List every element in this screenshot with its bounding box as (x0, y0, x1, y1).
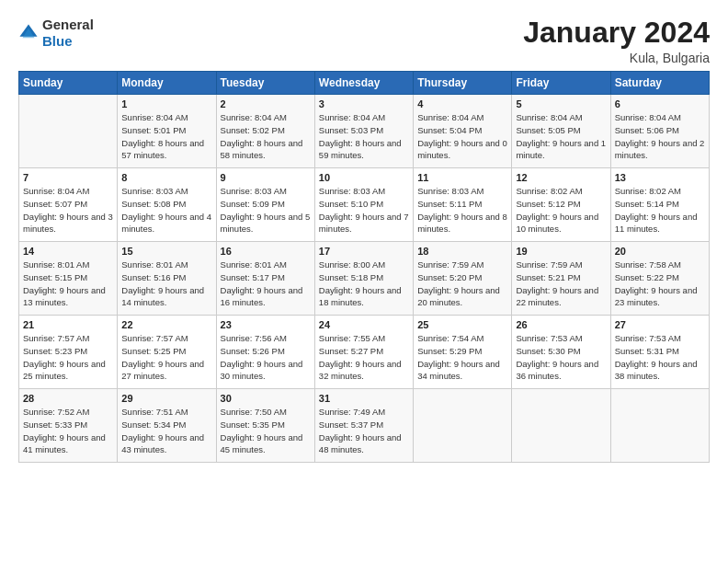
day-number: 6 (615, 98, 705, 109)
day-info: Sunrise: 7:57 AM Sunset: 5:23 PM Dayligh… (23, 332, 113, 383)
day-number: 29 (121, 393, 211, 404)
day-cell: 10Sunrise: 8:03 AM Sunset: 5:10 PM Dayli… (314, 168, 413, 242)
day-number: 21 (23, 319, 113, 330)
day-info: Sunrise: 8:02 AM Sunset: 5:12 PM Dayligh… (516, 185, 606, 236)
day-cell: 27Sunrise: 7:53 AM Sunset: 5:31 PM Dayli… (610, 316, 709, 389)
day-cell: 14Sunrise: 8:01 AM Sunset: 5:15 PM Dayli… (19, 242, 118, 316)
day-cell: 19Sunrise: 7:59 AM Sunset: 5:21 PM Dayli… (512, 242, 610, 316)
day-info: Sunrise: 7:51 AM Sunset: 5:34 PM Dayligh… (121, 406, 211, 456)
col-thursday: Thursday (414, 72, 512, 95)
day-info: Sunrise: 7:53 AM Sunset: 5:30 PM Dayligh… (516, 332, 606, 383)
day-number: 14 (23, 246, 113, 257)
day-cell: 31Sunrise: 7:49 AM Sunset: 5:37 PM Dayli… (314, 389, 413, 463)
day-cell: 26Sunrise: 7:53 AM Sunset: 5:30 PM Dayli… (512, 316, 610, 389)
day-info: Sunrise: 8:04 AM Sunset: 5:02 PM Dayligh… (221, 111, 311, 162)
day-info: Sunrise: 7:59 AM Sunset: 5:20 PM Dayligh… (417, 259, 507, 309)
col-sunday: Sunday (19, 72, 118, 95)
day-cell (610, 389, 709, 463)
day-cell: 21Sunrise: 7:57 AM Sunset: 5:23 PM Dayli… (19, 316, 118, 389)
main-title: January 2024 (523, 17, 710, 49)
day-info: Sunrise: 8:04 AM Sunset: 5:05 PM Dayligh… (516, 111, 606, 162)
day-cell: 22Sunrise: 7:57 AM Sunset: 5:25 PM Dayli… (118, 316, 216, 389)
calendar-table: Sunday Monday Tuesday Wednesday Thursday… (18, 71, 710, 463)
day-info: Sunrise: 7:58 AM Sunset: 5:22 PM Dayligh… (615, 259, 705, 309)
day-cell: 17Sunrise: 8:00 AM Sunset: 5:18 PM Dayli… (314, 242, 413, 316)
day-cell: 13Sunrise: 8:02 AM Sunset: 5:14 PM Dayli… (610, 168, 709, 242)
day-number: 7 (23, 172, 113, 183)
header-row-days: Sunday Monday Tuesday Wednesday Thursday… (19, 72, 710, 95)
day-cell: 5Sunrise: 8:04 AM Sunset: 5:05 PM Daylig… (512, 95, 610, 168)
day-cell: 6Sunrise: 8:04 AM Sunset: 5:06 PM Daylig… (610, 95, 709, 168)
day-cell: 7Sunrise: 8:04 AM Sunset: 5:07 PM Daylig… (19, 168, 118, 242)
day-info: Sunrise: 7:56 AM Sunset: 5:26 PM Dayligh… (221, 332, 311, 383)
day-cell: 28Sunrise: 7:52 AM Sunset: 5:33 PM Dayli… (19, 389, 118, 463)
day-cell: 30Sunrise: 7:50 AM Sunset: 5:35 PM Dayli… (216, 389, 314, 463)
header-row: General Blue January 2024 Kula, Bulgaria (18, 17, 710, 65)
day-number: 22 (121, 319, 211, 330)
day-number: 28 (23, 393, 113, 404)
day-number: 13 (615, 172, 705, 183)
day-number: 4 (417, 98, 507, 109)
day-info: Sunrise: 7:49 AM Sunset: 5:37 PM Dayligh… (319, 406, 409, 456)
day-info: Sunrise: 8:04 AM Sunset: 5:03 PM Dayligh… (319, 111, 409, 162)
day-info: Sunrise: 7:54 AM Sunset: 5:29 PM Dayligh… (417, 332, 507, 383)
day-cell: 12Sunrise: 8:02 AM Sunset: 5:12 PM Dayli… (512, 168, 610, 242)
day-number: 5 (516, 98, 606, 109)
week-row-2: 7Sunrise: 8:04 AM Sunset: 5:07 PM Daylig… (19, 168, 710, 242)
day-info: Sunrise: 8:01 AM Sunset: 5:17 PM Dayligh… (221, 259, 311, 309)
day-cell: 23Sunrise: 7:56 AM Sunset: 5:26 PM Dayli… (216, 316, 314, 389)
day-cell: 15Sunrise: 8:01 AM Sunset: 5:16 PM Dayli… (118, 242, 216, 316)
day-number: 15 (121, 246, 211, 257)
day-info: Sunrise: 8:03 AM Sunset: 5:11 PM Dayligh… (417, 185, 507, 236)
day-info: Sunrise: 8:03 AM Sunset: 5:10 PM Dayligh… (319, 185, 409, 236)
day-cell: 29Sunrise: 7:51 AM Sunset: 5:34 PM Dayli… (118, 389, 216, 463)
day-info: Sunrise: 8:01 AM Sunset: 5:15 PM Dayligh… (23, 259, 113, 309)
day-cell: 8Sunrise: 8:03 AM Sunset: 5:08 PM Daylig… (118, 168, 216, 242)
day-cell: 25Sunrise: 7:54 AM Sunset: 5:29 PM Dayli… (414, 316, 512, 389)
logo-text: General Blue (42, 17, 94, 50)
day-cell: 16Sunrise: 8:01 AM Sunset: 5:17 PM Dayli… (216, 242, 314, 316)
col-friday: Friday (512, 72, 610, 95)
title-block: January 2024 Kula, Bulgaria (523, 17, 710, 65)
day-info: Sunrise: 7:59 AM Sunset: 5:21 PM Dayligh… (516, 259, 606, 309)
logo-icon (18, 23, 39, 43)
day-number: 26 (516, 319, 606, 330)
week-row-1: 1Sunrise: 8:04 AM Sunset: 5:01 PM Daylig… (19, 95, 710, 168)
day-cell: 3Sunrise: 8:04 AM Sunset: 5:03 PM Daylig… (314, 95, 413, 168)
day-info: Sunrise: 8:04 AM Sunset: 5:06 PM Dayligh… (615, 111, 705, 162)
day-info: Sunrise: 8:04 AM Sunset: 5:04 PM Dayligh… (417, 111, 507, 162)
logo: General Blue (18, 17, 94, 50)
day-number: 18 (417, 246, 507, 257)
day-cell: 24Sunrise: 7:55 AM Sunset: 5:27 PM Dayli… (314, 316, 413, 389)
day-number: 19 (516, 246, 606, 257)
day-info: Sunrise: 8:04 AM Sunset: 5:07 PM Dayligh… (23, 185, 113, 236)
day-info: Sunrise: 7:52 AM Sunset: 5:33 PM Dayligh… (23, 406, 113, 456)
day-number: 23 (221, 319, 311, 330)
day-info: Sunrise: 8:03 AM Sunset: 5:08 PM Dayligh… (121, 185, 211, 236)
col-wednesday: Wednesday (314, 72, 413, 95)
day-cell (19, 95, 118, 168)
day-cell (512, 389, 610, 463)
day-info: Sunrise: 7:55 AM Sunset: 5:27 PM Dayligh… (319, 332, 409, 383)
week-row-5: 28Sunrise: 7:52 AM Sunset: 5:33 PM Dayli… (19, 389, 710, 463)
week-row-3: 14Sunrise: 8:01 AM Sunset: 5:15 PM Dayli… (19, 242, 710, 316)
page: General Blue January 2024 Kula, Bulgaria… (0, 0, 728, 563)
week-row-4: 21Sunrise: 7:57 AM Sunset: 5:23 PM Dayli… (19, 316, 710, 389)
day-info: Sunrise: 8:02 AM Sunset: 5:14 PM Dayligh… (615, 185, 705, 236)
day-number: 3 (319, 98, 409, 109)
day-info: Sunrise: 8:03 AM Sunset: 5:09 PM Dayligh… (221, 185, 311, 236)
day-number: 30 (221, 393, 311, 404)
day-info: Sunrise: 8:00 AM Sunset: 5:18 PM Dayligh… (319, 259, 409, 309)
col-tuesday: Tuesday (216, 72, 314, 95)
day-number: 16 (221, 246, 311, 257)
day-info: Sunrise: 8:01 AM Sunset: 5:16 PM Dayligh… (121, 259, 211, 309)
day-number: 1 (121, 98, 211, 109)
col-saturday: Saturday (610, 72, 709, 95)
day-number: 12 (516, 172, 606, 183)
logo-blue: Blue (42, 33, 73, 49)
subtitle: Kula, Bulgaria (523, 51, 710, 65)
day-number: 20 (615, 246, 705, 257)
col-monday: Monday (118, 72, 216, 95)
day-cell (414, 389, 512, 463)
day-cell: 1Sunrise: 8:04 AM Sunset: 5:01 PM Daylig… (118, 95, 216, 168)
